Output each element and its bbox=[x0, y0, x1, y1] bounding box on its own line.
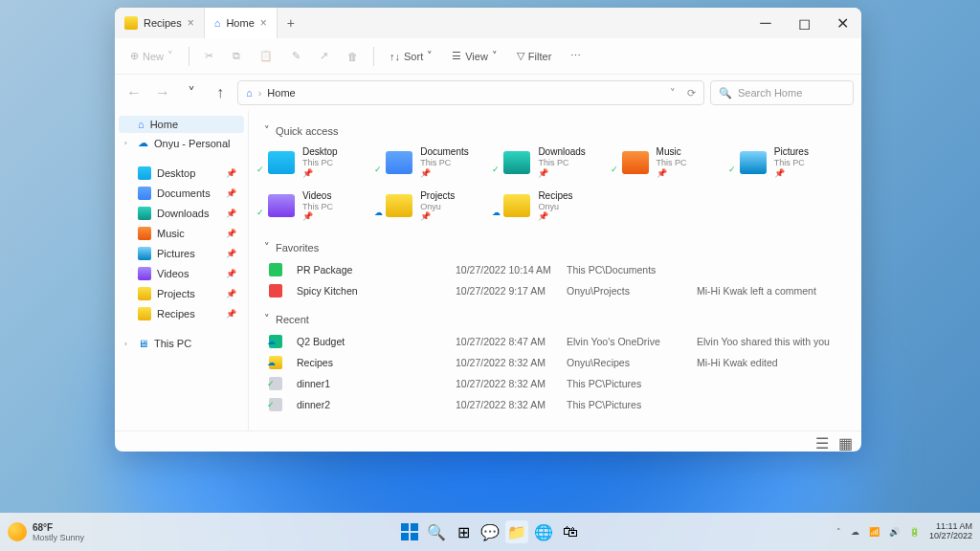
chat-button[interactable]: 💬 bbox=[479, 520, 501, 543]
search-button[interactable]: 🔍 bbox=[425, 520, 448, 543]
file-explorer-button[interactable]: 📁 bbox=[505, 520, 528, 543]
refresh-button[interactable]: ⟳ bbox=[687, 87, 696, 99]
weather-icon bbox=[8, 522, 27, 541]
recent-locations-button[interactable]: ˅ bbox=[180, 81, 203, 104]
item-location: This PC bbox=[657, 158, 687, 168]
new-tab-button[interactable]: + bbox=[278, 15, 304, 31]
close-icon[interactable]: × bbox=[188, 16, 194, 30]
quick-access-item[interactable]: ✓DesktopThis PC📌 bbox=[264, 143, 374, 183]
quick-access-item[interactable]: ✓DownloadsThis PC📌 bbox=[500, 143, 610, 183]
file-row[interactable]: Spicy Kitchen10/27/2022 9:17 AMOnyu\Proj… bbox=[264, 280, 846, 301]
tray-chevron-icon[interactable]: ˄ bbox=[836, 527, 841, 537]
chevron-right-icon[interactable]: › bbox=[124, 340, 127, 348]
sidebar-item-desktop[interactable]: Desktop📌 bbox=[119, 164, 244, 183]
details-view-button[interactable]: ☰ bbox=[815, 434, 831, 450]
sidebar-item-thispc[interactable]: › 🖥 This PC bbox=[119, 335, 244, 352]
wifi-icon[interactable]: 📶 bbox=[869, 527, 880, 537]
clock[interactable]: 11:11 AM 10/27/2022 bbox=[929, 522, 972, 541]
search-icon: 🔍 bbox=[719, 87, 732, 99]
file-row[interactable]: ✓dinner110/27/2022 8:32 AMThis PC\Pictur… bbox=[264, 373, 846, 394]
maximize-button[interactable]: ◻ bbox=[785, 8, 823, 38]
sort-button[interactable]: ↑↓ Sort ˅ bbox=[382, 46, 440, 66]
paste-button[interactable]: 📋 bbox=[252, 46, 280, 66]
sidebar-item-recipes[interactable]: Recipes📌 bbox=[119, 304, 244, 323]
quick-access-item[interactable]: ☁RecipesOnyu📌 bbox=[500, 187, 610, 227]
share-button[interactable]: ↗ bbox=[312, 46, 336, 66]
quick-access-item[interactable]: ✓PicturesThis PC📌 bbox=[736, 143, 846, 183]
icons-view-button[interactable]: ▦ bbox=[838, 434, 854, 450]
chevron-down-icon: ˅ bbox=[264, 241, 270, 253]
folder-icon bbox=[386, 194, 412, 217]
dropdown-icon[interactable]: ˅ bbox=[670, 87, 676, 99]
weather-widget[interactable]: 68°F Mostly Sunny bbox=[8, 522, 84, 542]
tab-home[interactable]: ⌂ Home × bbox=[205, 8, 278, 38]
new-button[interactable]: ⊕ New ˅ bbox=[122, 46, 181, 66]
file-row[interactable]: PR Package10/27/2022 10:14 AMThis PC\Doc… bbox=[264, 259, 846, 280]
file-row[interactable]: ✓dinner210/27/2022 8:32 AMThis PC\Pictur… bbox=[264, 394, 846, 415]
minimize-button[interactable]: ─ bbox=[746, 8, 785, 38]
view-label: View bbox=[465, 51, 488, 62]
task-view-button[interactable]: ⊞ bbox=[452, 520, 475, 543]
onedrive-tray-icon[interactable]: ☁ bbox=[851, 527, 859, 537]
sidebar-item-downloads[interactable]: Downloads📌 bbox=[119, 204, 244, 223]
view-button[interactable]: ☰ View ˅ bbox=[444, 46, 505, 66]
quick-access-item[interactable]: ✓DocumentsThis PC📌 bbox=[382, 143, 492, 183]
close-icon[interactable]: × bbox=[260, 16, 267, 30]
cut-button[interactable]: ✂ bbox=[197, 46, 221, 66]
copy-button[interactable]: ⧉ bbox=[225, 46, 248, 66]
back-button[interactable]: ← bbox=[122, 81, 145, 104]
file-icon bbox=[268, 262, 283, 277]
store-button[interactable]: 🛍 bbox=[559, 520, 582, 543]
section-recent[interactable]: ˅ Recent bbox=[264, 307, 846, 331]
file-row[interactable]: ☁Q2 Budget10/27/2022 8:47 AMElvin Yoo's … bbox=[264, 331, 846, 352]
volume-icon[interactable]: 🔊 bbox=[889, 527, 900, 537]
sidebar-item-documents[interactable]: Documents📌 bbox=[119, 184, 244, 203]
command-bar: ⊕ New ˅ ✂ ⧉ 📋 ✎ ↗ 🗑 ↑↓ Sort ˅ ☰ View ˅ ▽… bbox=[115, 38, 861, 75]
file-location: Onyu\Recipes bbox=[567, 357, 691, 368]
sidebar-item-projects[interactable]: Projects📌 bbox=[119, 284, 244, 303]
file-location: Elvin Yoo's OneDrive bbox=[567, 336, 691, 347]
breadcrumb[interactable]: Home bbox=[267, 87, 295, 99]
file-row[interactable]: ☁Recipes10/27/2022 8:32 AMOnyu\RecipesMi… bbox=[264, 352, 846, 373]
content-pane: ˅ Quick access ✓DesktopThis PC📌✓Document… bbox=[249, 111, 861, 430]
item-name: Documents bbox=[420, 146, 469, 158]
close-button[interactable]: ✕ bbox=[823, 8, 861, 38]
more-button[interactable]: ⋯ bbox=[563, 46, 589, 66]
tab-label: Recipes bbox=[144, 17, 182, 29]
sidebar-item-onedrive[interactable]: › ☁ Onyu - Personal bbox=[119, 134, 244, 152]
item-name: Projects bbox=[420, 190, 455, 202]
filter-button[interactable]: ▽ Filter bbox=[509, 46, 559, 66]
item-name: Pictures bbox=[774, 146, 809, 158]
sidebar-item-pictures[interactable]: Pictures📌 bbox=[119, 244, 244, 263]
sidebar-item-home[interactable]: ⌂ Home bbox=[119, 116, 244, 133]
folder-icon bbox=[124, 16, 138, 30]
search-input[interactable]: 🔍 Search Home bbox=[710, 80, 854, 105]
pin-icon: 📌 bbox=[302, 211, 333, 222]
battery-icon[interactable]: 🔋 bbox=[909, 527, 920, 537]
folder-icon bbox=[268, 194, 295, 217]
address-bar[interactable]: ⌂ › Home ˅ ⟳ bbox=[237, 80, 704, 105]
section-quick-access[interactable]: ˅ Quick access bbox=[264, 119, 846, 143]
item-location: Onyu bbox=[538, 202, 572, 212]
folder-icon bbox=[138, 207, 151, 220]
rename-button[interactable]: ✎ bbox=[284, 46, 308, 66]
taskbar[interactable]: 68°F Mostly Sunny 🔍 ⊞ 💬 📁 🌐 🛍 ˄ ☁ 📶 🔊 🔋 … bbox=[0, 513, 980, 551]
chevron-right-icon[interactable]: › bbox=[124, 139, 127, 147]
sidebar-item-music[interactable]: Music📌 bbox=[119, 224, 244, 243]
sidebar-item-label: Videos bbox=[157, 268, 189, 279]
sidebar-item-videos[interactable]: Videos📌 bbox=[119, 264, 244, 283]
start-button[interactable] bbox=[398, 520, 421, 543]
quick-access-item[interactable]: ✓MusicThis PC📌 bbox=[618, 143, 728, 183]
delete-button[interactable]: 🗑 bbox=[340, 47, 366, 66]
tab-recipes[interactable]: Recipes × bbox=[115, 8, 205, 38]
quick-access-item[interactable]: ☁ProjectsOnyu📌 bbox=[382, 187, 492, 227]
section-favorites[interactable]: ˅ Favorites bbox=[264, 235, 846, 259]
quick-access-item[interactable]: ✓VideosThis PC📌 bbox=[264, 187, 374, 227]
file-date: 10/27/2022 8:32 AM bbox=[456, 357, 561, 368]
navigation-pane: ⌂ Home › ☁ Onyu - Personal Desktop📌 Docu… bbox=[115, 111, 249, 430]
section-label: Recent bbox=[276, 314, 309, 325]
up-button[interactable]: ↑ bbox=[209, 81, 232, 104]
forward-button[interactable]: → bbox=[151, 81, 174, 104]
edge-button[interactable]: 🌐 bbox=[532, 520, 555, 543]
file-icon: ✓ bbox=[268, 397, 283, 412]
